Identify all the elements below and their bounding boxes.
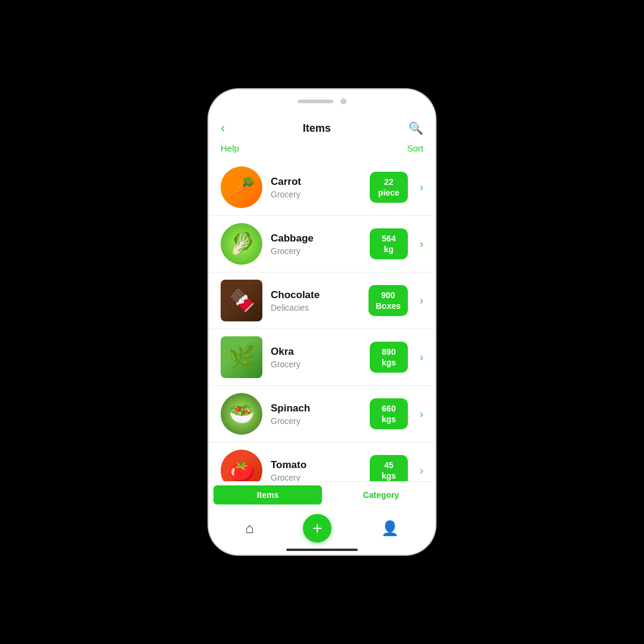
chevron-right-icon: ›	[420, 295, 423, 307]
notch-camera	[340, 98, 346, 104]
item-badge: 890kgs	[370, 342, 408, 373]
item-image: 🥗	[221, 393, 262, 435]
item-image: 🍅	[221, 450, 262, 481]
items-list: 🥕CarrotGrocery22piece›🥬CabbageGrocery564…	[209, 159, 435, 481]
chevron-right-icon: ›	[420, 408, 423, 420]
help-sort-row: Help Sort	[209, 141, 435, 159]
search-icon[interactable]: 🔍	[408, 121, 423, 135]
item-image: 🍫	[221, 280, 262, 321]
help-button[interactable]: Help	[221, 143, 239, 153]
item-category: Grocery	[271, 246, 361, 256]
item-info: TomatoGrocery	[271, 459, 361, 482]
item-category: Delicacies	[271, 303, 360, 312]
list-item[interactable]: 🍅TomatoGrocery45kgs›	[209, 442, 435, 481]
page-title: Items	[303, 122, 331, 135]
item-info: SpinachGrocery	[271, 402, 361, 426]
tab-items[interactable]: Items	[213, 485, 322, 504]
item-name: Chocolate	[271, 289, 360, 301]
item-name: Tomato	[271, 459, 361, 471]
item-info: ChocolateDelicacies	[271, 289, 360, 312]
item-category: Grocery	[271, 360, 361, 369]
list-item[interactable]: 🌿OkraGrocery890kgs›	[209, 329, 435, 386]
sort-button[interactable]: Sort	[407, 143, 423, 153]
bottom-tabs: Items Category	[209, 481, 435, 508]
item-category: Grocery	[271, 473, 361, 482]
chevron-right-icon: ›	[420, 238, 423, 250]
phone-screen: ‹ Items 🔍 Help Sort 🥕CarrotGrocery22piec…	[209, 113, 435, 555]
chevron-right-icon: ›	[420, 351, 423, 364]
item-badge: 900Boxes	[369, 285, 408, 316]
item-image: 🥕	[221, 166, 262, 208]
item-name: Spinach	[271, 402, 361, 414]
item-category: Grocery	[271, 190, 361, 199]
item-info: CabbageGrocery	[271, 233, 361, 256]
item-image: 🌿	[221, 336, 262, 378]
list-item[interactable]: 🥬CabbageGrocery564kg›	[209, 216, 435, 273]
home-icon[interactable]: ⌂	[245, 520, 254, 537]
home-bar	[286, 549, 358, 551]
item-image: 🥬	[221, 223, 262, 265]
add-button[interactable]: +	[303, 514, 332, 543]
item-info: OkraGrocery	[271, 346, 361, 369]
add-icon: +	[312, 519, 322, 538]
item-badge: 45kgs	[370, 455, 408, 481]
item-name: Cabbage	[271, 233, 361, 244]
header: ‹ Items 🔍	[209, 113, 435, 141]
phone-frame: ‹ Items 🔍 Help Sort 🥕CarrotGrocery22piec…	[209, 89, 435, 555]
list-item[interactable]: 🍫ChocolateDelicacies900Boxes›	[209, 273, 435, 329]
item-badge: 660kgs	[370, 398, 408, 429]
phone-notch	[209, 89, 435, 113]
item-badge: 564kg	[370, 228, 408, 259]
list-item[interactable]: 🥕CarrotGrocery22piece›	[209, 159, 435, 216]
item-badge: 22piece	[370, 172, 408, 203]
back-button[interactable]: ‹	[221, 120, 225, 136]
chevron-right-icon: ›	[420, 465, 423, 477]
tab-buttons-row: Items Category	[209, 482, 435, 508]
bottom-nav: ⌂ + 👤	[209, 508, 435, 546]
notch-speaker	[298, 100, 333, 103]
item-info: CarrotGrocery	[271, 176, 361, 199]
tab-category[interactable]: Category	[327, 484, 435, 506]
user-icon[interactable]: 👤	[381, 520, 399, 537]
chevron-right-icon: ›	[420, 181, 423, 194]
item-name: Okra	[271, 346, 361, 358]
item-name: Carrot	[271, 176, 361, 188]
list-item[interactable]: 🥗SpinachGrocery660kgs›	[209, 386, 435, 442]
item-category: Grocery	[271, 416, 361, 426]
